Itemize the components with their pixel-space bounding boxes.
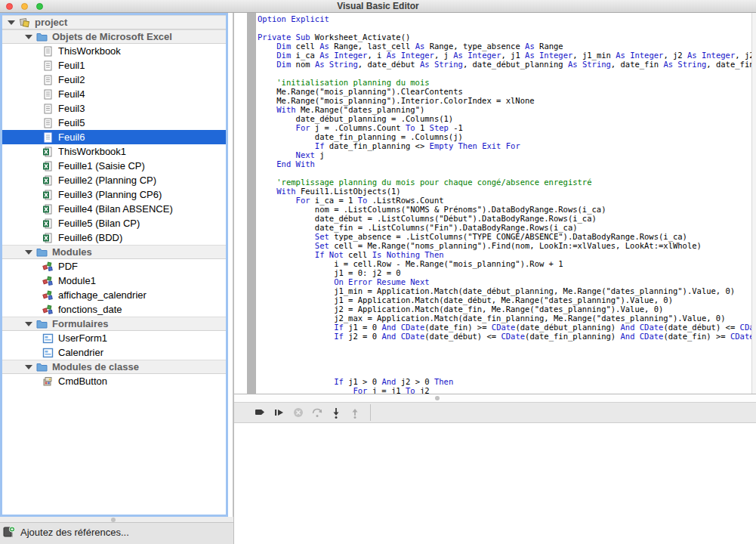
- code-line[interactable]: Me.Range("mois_planning").ClearContents: [258, 87, 756, 96]
- tree-item-calendrier[interactable]: Calendrier: [2, 345, 226, 360]
- code-line[interactable]: Dim i_ca As Integer, i As Integer, j As …: [258, 51, 756, 60]
- tree-item-feuille1-saisie-cp[interactable]: Feuille1 (Saisie CP): [2, 159, 226, 173]
- tree-item-feuil1[interactable]: Feuil1: [2, 58, 226, 73]
- tree-item-feuille2-planning-cp[interactable]: Feuille2 (Planning CP): [2, 173, 226, 187]
- code-line[interactable]: End With: [258, 159, 756, 168]
- tree-item-feuil5[interactable]: Feuil5: [2, 116, 226, 130]
- step-into-icon[interactable]: [326, 404, 345, 421]
- code-line[interactable]: Dim cell As Range, last_cell As Range, t…: [258, 42, 756, 51]
- code-line[interactable]: For i_ca = 1 To .ListRows.Count: [258, 196, 756, 205]
- tree-item-feuil2[interactable]: Feuil2: [2, 73, 226, 87]
- code-splitter[interactable]: [234, 394, 756, 402]
- margin-indicator-bar[interactable]: [247, 13, 256, 394]
- title-bar[interactable]: Visual Basic Editor: [0, 0, 756, 13]
- code-line[interactable]: [258, 168, 756, 178]
- sidebar-splitter[interactable]: [0, 517, 233, 522]
- tree-item-pdf[interactable]: PDF: [2, 259, 226, 274]
- code-line[interactable]: j1_min = Application.Match(date_début_pl…: [258, 286, 756, 295]
- excel-icon: [42, 190, 54, 200]
- code-line[interactable]: Set cell = Me.Range("noms_planning").Fin…: [258, 241, 756, 250]
- code-line[interactable]: For j = .Columns.Count To 1 Step -1: [258, 123, 756, 132]
- project-tree[interactable]: projectObjets de Microsoft ExcelThisWork…: [0, 13, 228, 517]
- code-line[interactable]: For j = j1 To j2: [258, 386, 756, 394]
- module-icon: [42, 276, 54, 286]
- code-line[interactable]: [258, 368, 756, 377]
- stop-icon[interactable]: [289, 404, 307, 421]
- code-line[interactable]: date_début_planning = .Columns(1): [258, 114, 756, 123]
- tree-item-module1[interactable]: Module1: [2, 274, 226, 288]
- immediate-window[interactable]: [234, 423, 756, 544]
- excel-icon: [42, 233, 54, 243]
- tree-item-thisworkbook[interactable]: ThisWorkbook: [2, 44, 226, 58]
- code-line[interactable]: With Feuil1.ListObjects(1): [258, 187, 756, 196]
- tree-header-modules[interactable]: Modules: [2, 245, 226, 259]
- code-line[interactable]: With Me.Range("dates_planning"): [258, 105, 756, 114]
- tree-scrollbar[interactable]: [228, 13, 233, 517]
- code-line[interactable]: [258, 359, 756, 368]
- tree-header-project[interactable]: project: [2, 15, 226, 29]
- code-line[interactable]: If date_fin_planning <> Empty Then Exit …: [258, 141, 756, 150]
- code-line[interactable]: j2_max = Application.Match(date_fin_plan…: [258, 314, 756, 323]
- tree-label: PDF: [58, 261, 78, 272]
- code-vertical-scrollbar[interactable]: [751, 13, 756, 394]
- code-line[interactable]: On Error Resume Next: [258, 277, 756, 286]
- code-line[interactable]: Next j: [258, 150, 756, 159]
- chevron-down-icon[interactable]: [25, 322, 32, 326]
- tree-item-thisworkbook1[interactable]: ThisWorkbook1: [2, 144, 226, 159]
- code-text[interactable]: Option Explicit Private Sub Worksheet_Ac…: [258, 14, 756, 394]
- code-line[interactable]: j1 = Application.Match(date_début, Me.Ra…: [258, 295, 756, 304]
- code-line[interactable]: 'initialisation planning du mois: [258, 78, 756, 87]
- tree-header-objets-de-microsoft-excel[interactable]: Objets de Microsoft Excel: [2, 29, 226, 44]
- code-line[interactable]: j1 = 0: j2 = 0: [258, 268, 756, 277]
- code-line[interactable]: [258, 23, 756, 32]
- tree-item-cmdbutton[interactable]: CmdButton: [2, 374, 226, 388]
- tree-header-modules-de-classe[interactable]: Modules de classe: [2, 360, 226, 374]
- code-line[interactable]: i = cell.Row - Me.Range("mois_planning")…: [258, 259, 756, 268]
- tree-item-affichage-calendrier[interactable]: affichage_calendrier: [2, 288, 226, 302]
- code-line[interactable]: [258, 69, 756, 78]
- tree-item-feuil4[interactable]: Feuil4: [2, 87, 226, 101]
- code-line[interactable]: Option Explicit: [258, 14, 756, 23]
- code-line[interactable]: Private Sub Worksheet_Activate(): [258, 32, 756, 42]
- tree-label: ThisWorkbook1: [58, 146, 126, 157]
- code-line[interactable]: If j1 = 0 And CDate(date_fin) >= CDate(d…: [258, 323, 756, 332]
- tree-item-feuille6-bdd[interactable]: Feuille6 (BDD): [2, 230, 226, 245]
- code-line[interactable]: date_fin = .ListColumns("Fin").DataBodyR…: [258, 223, 756, 232]
- code-editor[interactable]: Option Explicit Private Sub Worksheet_Ac…: [234, 13, 756, 394]
- code-line[interactable]: If Not cell Is Nothing Then: [258, 250, 756, 259]
- chevron-down-icon[interactable]: [25, 35, 32, 39]
- tree-label: Feuil3: [58, 103, 85, 114]
- code-line[interactable]: date_fin_planning = .Columns(j): [258, 132, 756, 141]
- code-line[interactable]: j2 = Application.Match(date_fin, Me.Rang…: [258, 304, 756, 314]
- code-line[interactable]: Set type_absence = .ListColumns("TYPE CO…: [258, 232, 756, 241]
- add-references-button[interactable]: Ajoutez des références...: [0, 522, 233, 544]
- code-line[interactable]: [258, 350, 756, 359]
- chevron-down-icon[interactable]: [25, 250, 32, 255]
- code-line[interactable]: nom = .ListColumns("NOMS & Prénoms").Dat…: [258, 205, 756, 214]
- code-line[interactable]: [258, 341, 756, 350]
- step-out-icon[interactable]: [345, 404, 364, 421]
- code-line[interactable]: Dim nom As String, date_début As String,…: [258, 60, 756, 69]
- step-icon[interactable]: [270, 404, 289, 421]
- splitter-handle-icon[interactable]: [111, 518, 116, 522]
- sheet-icon: [42, 89, 54, 100]
- chevron-down-icon[interactable]: [25, 365, 32, 369]
- run-icon[interactable]: [251, 404, 270, 421]
- tree-item-feuille5-bilan-cp[interactable]: Feuille5 (Bilan CP): [2, 216, 226, 230]
- chevron-down-icon[interactable]: [8, 20, 15, 25]
- code-line[interactable]: date_début = .ListColumns("Début").DataB…: [258, 214, 756, 223]
- tree-item-feuil3[interactable]: Feuil3: [2, 101, 226, 116]
- code-line[interactable]: If j2 = 0 And CDate(date_début) <= CDate…: [258, 332, 756, 341]
- tree-header-formulaires[interactable]: Formulaires: [2, 317, 226, 331]
- splitter-handle-icon[interactable]: [435, 396, 440, 400]
- tree-item-userform1[interactable]: UserForm1: [2, 331, 226, 345]
- step-over-icon[interactable]: [307, 404, 326, 421]
- tree-label: Feuille6 (BDD): [58, 232, 122, 243]
- code-line[interactable]: 'remplissage planning du mois pour chaqu…: [258, 178, 756, 187]
- tree-item-feuil6[interactable]: Feuil6: [2, 130, 226, 144]
- code-line[interactable]: Me.Range("mois_planning").Interior.Color…: [258, 96, 756, 105]
- tree-item-feuille3-planning-cp6[interactable]: Feuille3 (Planning CP6): [2, 187, 226, 202]
- code-line[interactable]: If j1 > 0 And j2 > 0 Then: [258, 377, 756, 386]
- tree-item-fonctions-date[interactable]: fonctions_date: [2, 302, 226, 317]
- tree-item-feuille4-bilan-absence[interactable]: Feuille4 (Bilan ABSENCE): [2, 202, 226, 216]
